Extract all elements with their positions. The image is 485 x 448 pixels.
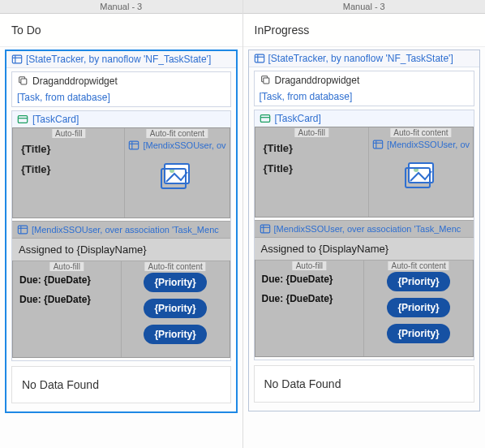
- datasource-icon: [260, 223, 271, 235]
- spacer: [249, 406, 480, 411]
- copy-icon: [260, 75, 271, 86]
- cell-title[interactable]: Auto-fill {Title} {Title}: [255, 127, 369, 217]
- datasource-row-statetracker[interactable]: [StateTracker, by nanoflow 'NF_TaskState…: [249, 50, 480, 67]
- widget-name-text: Draganddropwidget: [275, 75, 360, 86]
- assigned-to-text: Assigned to {DisplayName}: [19, 243, 147, 256]
- datasource-icon: [254, 53, 265, 64]
- taskcard-header[interactable]: [TaskCard]: [255, 110, 474, 127]
- cell-size-label-autofit: Auto-fit content: [388, 261, 449, 270]
- title-text-2: {Title}: [21, 163, 116, 175]
- image-placeholder-icon[interactable]: [404, 162, 438, 189]
- taskcard-label: [TaskCard]: [32, 114, 79, 125]
- cell-size-label-autofill: Auto-fill: [295, 128, 328, 137]
- cell-title[interactable]: Auto-fill {Title} {Title}: [13, 128, 125, 218]
- widget-name-text: Draganddropwidget: [32, 75, 118, 87]
- user-link-text: [MendixSSOUser, ov: [143, 140, 225, 150]
- cell-size-label-autofit: Auto-fit content: [144, 262, 205, 271]
- due-text-2: Due: {DueDate}: [19, 294, 114, 305]
- state-tracker-panel[interactable]: [StateTracker, by nanoflow 'NF_TaskState…: [5, 50, 238, 413]
- title-text-1: {Title}: [21, 143, 116, 155]
- layout-grid-top[interactable]: Auto-fill {Title} {Title} Auto-fit conte…: [255, 127, 474, 218]
- datasource-row-statetracker[interactable]: [StateTracker, by nanoflow 'NF_TaskState…: [6, 51, 236, 68]
- column-section-title[interactable]: InProgress: [243, 14, 486, 47]
- assigned-to-row[interactable]: Assigned to {DisplayName}: [255, 237, 474, 260]
- state-tracker-panel[interactable]: [StateTracker, by nanoflow 'NF_TaskState…: [248, 50, 481, 411]
- association-label: [MendixSSOUser, over association 'Task_M…: [32, 225, 219, 235]
- no-data-placeholder: No Data Found: [11, 366, 231, 403]
- user-datasource-link[interactable]: [MendixSSOUser, ov: [128, 140, 225, 151]
- priority-badge[interactable]: {Priority}: [387, 298, 449, 317]
- priority-badge[interactable]: {Priority}: [387, 272, 449, 291]
- copy-icon: [17, 75, 28, 87]
- image-placeholder-icon[interactable]: [160, 162, 194, 190]
- kanban-column: Manual - 3 InProgress [StateTracker, by …: [243, 0, 486, 448]
- svg-rect-4: [21, 79, 27, 84]
- widget-container[interactable]: Draganddropwidget [Task, from database]: [11, 71, 231, 107]
- cell-size-label-autofill: Auto-fill: [50, 262, 84, 271]
- widget-header: Draganddropwidget: [255, 71, 474, 89]
- svg-rect-0: [12, 55, 21, 63]
- taskcard-label: [TaskCard]: [275, 113, 321, 124]
- taskcard-panel[interactable]: [TaskCard] Auto-fill {Title} {Title} Aut…: [11, 110, 231, 361]
- association-strip[interactable]: [MendixSSOUser, over association 'Task_M…: [255, 220, 474, 237]
- column-tab-label: Manual - 3: [343, 2, 385, 11]
- layout-grid-top[interactable]: Auto-fill {Title} {Title} Auto-fit conte…: [12, 127, 230, 218]
- card-icon: [17, 114, 28, 125]
- task-source-link: [Task, from database]: [260, 89, 353, 102]
- state-tracker-link: [StateTracker, by nanoflow 'NF_TaskState…: [26, 54, 211, 65]
- datasource-icon: [17, 224, 28, 235]
- due-text-2: Due: {DueDate}: [262, 293, 358, 304]
- task-datasource-row[interactable]: [Task, from database]: [255, 89, 474, 106]
- cell-user[interactable]: Auto-fit content [MendixSSOUser, ov: [125, 128, 229, 218]
- widget-container[interactable]: Draganddropwidget [Task, from database]: [254, 71, 475, 106]
- due-text-1: Due: {DueDate}: [19, 274, 114, 286]
- state-tracker-link: [StateTracker, by nanoflow 'NF_TaskState…: [268, 53, 453, 64]
- title-text-1: {Title}: [264, 142, 360, 154]
- priority-badge[interactable]: {Priority}: [144, 273, 206, 292]
- grid-row-due: Auto-fill Due: {DueDate} Due: {DueDate} …: [13, 261, 230, 357]
- taskcard-panel[interactable]: [TaskCard] Auto-fill {Title} {Title} Aut…: [254, 110, 475, 360]
- assigned-to-row[interactable]: Assigned to {DisplayName}: [12, 238, 230, 261]
- widget-header: Draganddropwidget: [12, 72, 230, 90]
- column-tab-header[interactable]: Manual - 3: [243, 0, 486, 14]
- priority-badge[interactable]: {Priority}: [144, 325, 206, 344]
- cell-size-label-autofit: Auto-fit content: [390, 128, 451, 137]
- grid-row-due: Auto-fill Due: {DueDate} Due: {DueDate} …: [255, 260, 474, 356]
- svg-rect-13: [18, 226, 27, 234]
- cell-size-label-autofill: Auto-fill: [293, 261, 326, 270]
- layout-grid-bottom[interactable]: Auto-fill Due: {DueDate} Due: {DueDate} …: [255, 260, 474, 357]
- taskcard-header[interactable]: [TaskCard]: [12, 111, 230, 127]
- cell-size-label-autofill: Auto-fill: [52, 129, 85, 138]
- datasource-icon: [11, 54, 23, 65]
- user-link-text: [MendixSSOUser, ov: [387, 140, 470, 149]
- due-text-1: Due: {DueDate}: [262, 274, 358, 285]
- cell-priority[interactable]: Auto-fit content {Priority} {Priority} {…: [364, 261, 473, 356]
- grid-row-title: Auto-fill {Title} {Title} Auto-fit conte…: [13, 128, 230, 218]
- datasource-icon: [372, 139, 384, 150]
- svg-rect-20: [263, 78, 268, 84]
- priority-badge[interactable]: {Priority}: [387, 324, 449, 343]
- no-data-text: No Data Found: [264, 377, 341, 390]
- svg-rect-29: [260, 225, 269, 233]
- svg-rect-7: [130, 141, 139, 149]
- spacer: [6, 407, 236, 411]
- cell-due[interactable]: Auto-fill Due: {DueDate} Due: {DueDate}: [13, 261, 122, 357]
- task-datasource-row[interactable]: [Task, from database]: [12, 90, 230, 106]
- priority-badge[interactable]: {Priority}: [144, 299, 206, 318]
- svg-rect-23: [373, 140, 382, 149]
- grid-row-title: Auto-fill {Title} {Title} Auto-fit conte…: [255, 127, 474, 217]
- svg-rect-21: [260, 115, 269, 123]
- svg-rect-16: [255, 54, 264, 62]
- user-datasource-link[interactable]: [MendixSSOUser, ov: [372, 139, 470, 150]
- layout-grid-bottom[interactable]: Auto-fill Due: {DueDate} Due: {DueDate} …: [12, 261, 230, 358]
- column-tab-header[interactable]: Manual - 3: [0, 0, 242, 14]
- column-section-title[interactable]: To Do: [0, 14, 242, 47]
- cell-size-label-autofit: Auto-fit content: [147, 129, 208, 138]
- cell-due[interactable]: Auto-fill Due: {DueDate} Due: {DueDate}: [255, 261, 365, 356]
- no-data-text: No Data Found: [22, 378, 99, 391]
- cell-priority[interactable]: Auto-fit content {Priority} {Priority} {…: [122, 261, 230, 357]
- title-text-2: {Title}: [264, 162, 360, 174]
- association-strip[interactable]: [MendixSSOUser, over association 'Task_M…: [12, 221, 230, 238]
- cell-user[interactable]: Auto-fit content [MendixSSOUser, ov: [369, 127, 473, 217]
- kanban-column: Manual - 3 To Do [StateTracker, by nanof…: [0, 0, 243, 448]
